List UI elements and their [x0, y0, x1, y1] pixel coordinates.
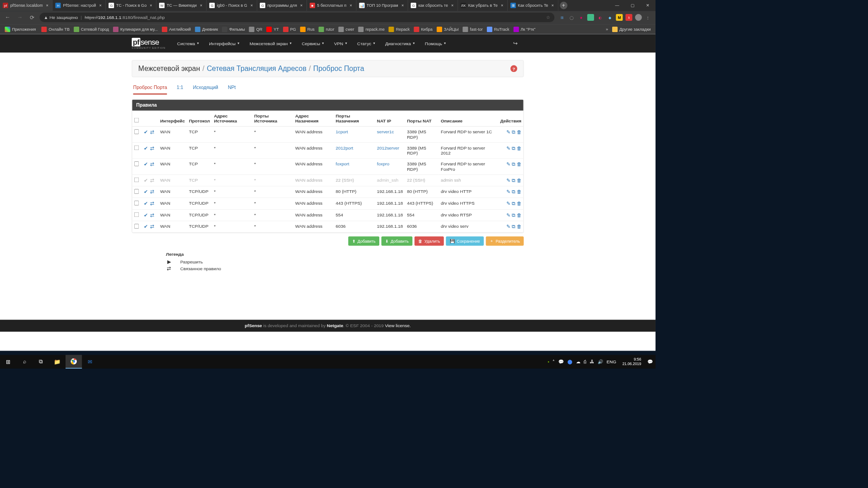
- row-checkbox[interactable]: [134, 201, 139, 206]
- linked-rule-icon[interactable]: ⇄: [150, 161, 154, 167]
- copy-icon[interactable]: ⧉: [512, 145, 515, 151]
- bookmark-item[interactable]: Фильмы: [220, 25, 247, 33]
- check-icon[interactable]: ✔: [144, 178, 148, 183]
- save-button[interactable]: 💾 Сохранение: [446, 236, 484, 245]
- bookmark-item[interactable]: Repack: [387, 25, 412, 33]
- nav-reload[interactable]: ⟳: [27, 13, 37, 22]
- add-top-button[interactable]: ⬆ Добавить: [348, 236, 379, 245]
- table-row[interactable]: ✔⇄ WAN TCP * * WAN address foxport foxpr…: [132, 159, 523, 174]
- bookmark-item[interactable]: Кулинария для му...: [111, 25, 160, 33]
- start-button[interactable]: ⊞: [0, 355, 16, 368]
- browser-tab[interactable]: ЛХКак убрать в Те×: [458, 0, 508, 11]
- bookmark-item[interactable]: Английский: [160, 25, 193, 33]
- edit-icon[interactable]: ✎: [506, 212, 510, 218]
- delete-icon[interactable]: 🗑: [517, 224, 522, 230]
- browser-tab[interactable]: Gigb0 - Поиск в G×: [207, 0, 257, 11]
- nav-item[interactable]: Сервисы ▼: [297, 34, 330, 53]
- address-bar[interactable]: ▲ Не защищено | https://192.168.1.1:8180…: [40, 13, 555, 22]
- bookmark-item[interactable]: YT: [264, 25, 281, 33]
- row-checkbox[interactable]: [134, 212, 139, 217]
- browser-tab[interactable]: GТС - Поиск в Go×: [106, 0, 156, 11]
- help-icon[interactable]: ?: [510, 65, 517, 72]
- menu-icon[interactable]: ⋮: [645, 14, 651, 21]
- table-row[interactable]: ✔⇄ WAN TCP * * WAN address 22 (SSH) admi…: [132, 174, 523, 186]
- nav-item[interactable]: Помощь ▼: [420, 34, 451, 53]
- check-icon[interactable]: ✔: [144, 224, 148, 229]
- ext-icon[interactable]: ◆: [606, 14, 613, 21]
- bookmark-item[interactable]: repack.me: [356, 25, 387, 33]
- breadcrumb-link-portforward[interactable]: Проброс Порта: [313, 65, 364, 73]
- edit-icon[interactable]: ✎: [506, 178, 510, 183]
- bookmark-item[interactable]: Сетевой Город: [71, 25, 111, 33]
- copy-icon[interactable]: ⧉: [512, 212, 515, 218]
- edit-icon[interactable]: ✎: [506, 145, 510, 151]
- nav-item[interactable]: Интерфейсы ▼: [204, 34, 245, 53]
- browser-tab[interactable]: Gпрограммы для×: [257, 0, 307, 11]
- add-bottom-button[interactable]: ⬇ Добавить: [382, 236, 413, 245]
- copy-icon[interactable]: ⧉: [512, 178, 515, 183]
- row-checkbox[interactable]: [134, 224, 139, 229]
- copy-icon[interactable]: ⧉: [512, 189, 515, 195]
- subtab[interactable]: Исходящий: [193, 84, 218, 94]
- separator-button[interactable]: ＋ Разделитель: [486, 236, 524, 245]
- ext-icon[interactable]: ⊞: [559, 14, 566, 21]
- logout-icon[interactable]: ↪: [507, 40, 524, 47]
- delete-icon[interactable]: 🗑: [517, 178, 522, 183]
- delete-icon[interactable]: 🗑: [517, 161, 522, 167]
- table-row[interactable]: ✔⇄ WAN TCP/UDP * * WAN address 80 (HTTP)…: [132, 186, 523, 198]
- bookmark-item[interactable]: Кибра: [412, 25, 435, 33]
- star-icon[interactable]: ☆: [546, 15, 550, 20]
- taskview-button[interactable]: ⧉: [33, 355, 49, 368]
- linked-rule-icon[interactable]: ⇄: [150, 224, 154, 229]
- explorer-icon[interactable]: 📁: [49, 355, 66, 368]
- edit-icon[interactable]: ✎: [506, 161, 510, 167]
- search-button[interactable]: ⌕: [16, 355, 33, 368]
- bookmark-item[interactable]: fast-tor: [461, 25, 485, 33]
- row-checkbox[interactable]: [134, 189, 139, 194]
- check-icon[interactable]: ✔: [144, 212, 148, 218]
- browser-tab[interactable]: HPfSense: настрой×: [53, 0, 106, 11]
- bookmark-item[interactable]: QR: [247, 25, 264, 33]
- check-icon[interactable]: ✔: [144, 145, 148, 151]
- window-maximize[interactable]: ▢: [625, 0, 640, 11]
- pfsense-logo[interactable]: pfsense COMMUNITY EDITION: [132, 36, 173, 51]
- nav-forward[interactable]: →: [15, 13, 24, 22]
- row-checkbox[interactable]: [134, 129, 139, 134]
- table-row[interactable]: ✔⇄ WAN TCP/UDP * * WAN address 6036 192.…: [132, 221, 523, 233]
- nav-back[interactable]: ←: [3, 13, 12, 22]
- tray-icon[interactable]: ☁: [576, 359, 580, 364]
- table-row[interactable]: ✔⇄ WAN TCP/UDP * * WAN address 443 (HTTP…: [132, 198, 523, 210]
- bookmark-item[interactable]: Лк "Ртк": [511, 25, 538, 33]
- new-tab-button[interactable]: +: [558, 0, 569, 11]
- edit-icon[interactable]: ✎: [506, 201, 510, 206]
- ext-icon[interactable]: [587, 14, 594, 21]
- close-tab-icon[interactable]: ×: [400, 3, 405, 8]
- linked-rule-icon[interactable]: ⇄: [150, 189, 154, 194]
- bookmark-item[interactable]: Онлайн ТВ: [39, 25, 71, 33]
- delete-button[interactable]: 🗑 Удалить: [415, 236, 444, 245]
- bookmark-item[interactable]: cwer: [336, 25, 356, 33]
- browser-tab[interactable]: pfpfSense.localdom×: [0, 0, 53, 11]
- nav-item[interactable]: Межсетевой экран ▼: [245, 34, 297, 53]
- copy-icon[interactable]: ⧉: [512, 129, 515, 135]
- tray-up-icon[interactable]: ˄: [552, 359, 555, 364]
- tray-lang[interactable]: ENG: [607, 359, 616, 364]
- close-tab-icon[interactable]: ×: [450, 3, 455, 8]
- row-checkbox[interactable]: [134, 178, 139, 183]
- browser-tab[interactable]: ■5 бесплатных п×: [307, 0, 356, 11]
- browser-tab[interactable]: WТС — Википеди×: [156, 0, 207, 11]
- table-row[interactable]: ✔⇄ WAN TCP * * WAN address 1cport server…: [132, 127, 523, 142]
- delete-icon[interactable]: 🗑: [517, 129, 522, 135]
- copy-icon[interactable]: ⧉: [512, 161, 515, 167]
- close-tab-icon[interactable]: ×: [45, 3, 50, 8]
- close-tab-icon[interactable]: ×: [149, 3, 154, 8]
- bookmark-item[interactable]: Rus: [298, 25, 316, 33]
- linked-rule-icon[interactable]: ⇄: [150, 178, 154, 183]
- tray-clock[interactable]: 9:5621.06.2019: [620, 357, 644, 366]
- window-minimize[interactable]: ―: [609, 0, 625, 11]
- breadcrumb-link-nat[interactable]: Сетевая Трансляция Адресов: [207, 65, 306, 73]
- chrome-icon[interactable]: [66, 355, 82, 368]
- row-checkbox[interactable]: [134, 161, 139, 166]
- tray-notifications-icon[interactable]: 💬: [647, 359, 653, 364]
- nav-item[interactable]: Диагностика ▼: [380, 34, 420, 53]
